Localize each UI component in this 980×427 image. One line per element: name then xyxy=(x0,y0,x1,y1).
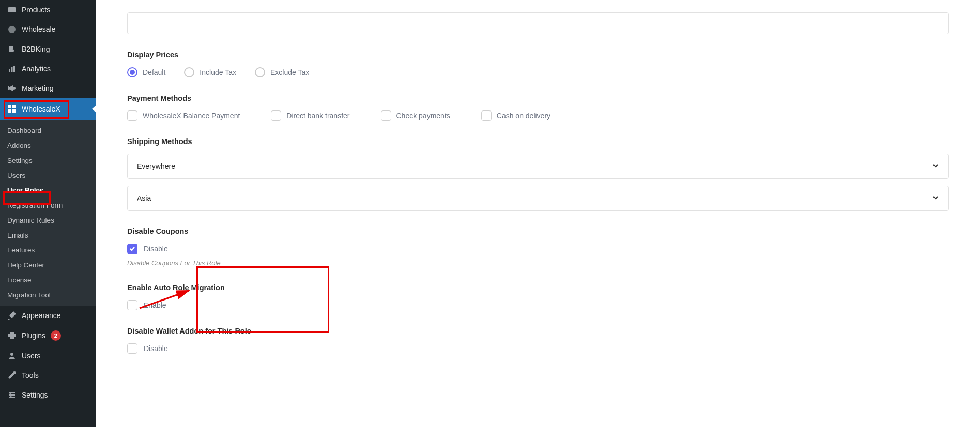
sidebar-item-appearance[interactable]: Appearance xyxy=(0,306,96,325)
sidebar-item-products[interactable]: Products xyxy=(0,0,96,20)
sidebar-label: WholesaleX xyxy=(22,105,60,113)
shipping-select-everywhere[interactable]: Everywhere xyxy=(127,154,949,179)
shipping-methods-title: Shipping Methods xyxy=(127,137,949,146)
check-check-payments[interactable]: Check payments xyxy=(381,110,450,121)
sidebar-label: Marketing xyxy=(22,84,53,92)
svg-point-16 xyxy=(10,396,12,398)
svg-point-14 xyxy=(9,392,11,394)
svg-point-1 xyxy=(8,26,16,33)
sidebar-label: Appearance xyxy=(22,311,61,320)
plugin-icon xyxy=(7,331,17,340)
checkbox-icon xyxy=(127,343,137,354)
submenu-features[interactable]: Features xyxy=(0,243,96,258)
sidebar-label: Settings xyxy=(22,391,48,399)
main-content: Display Prices Default Include Tax Exclu… xyxy=(96,0,980,427)
check-label: Disable xyxy=(144,344,168,353)
radio-exclude-tax[interactable]: Exclude Tax xyxy=(255,67,309,77)
settings-icon xyxy=(7,390,17,400)
wholesale-icon xyxy=(7,25,17,34)
sidebar-item-analytics[interactable]: Analytics xyxy=(0,59,96,78)
check-bank-transfer[interactable]: Direct bank transfer xyxy=(271,110,349,121)
svg-rect-7 xyxy=(12,105,16,108)
user-icon xyxy=(7,351,17,360)
sidebar-item-users[interactable]: Users xyxy=(0,346,96,366)
select-label: Asia xyxy=(137,194,151,202)
radio-icon xyxy=(127,67,137,77)
submenu-emails[interactable]: Emails xyxy=(0,228,96,243)
radio-default[interactable]: Default xyxy=(127,67,165,77)
svg-rect-0 xyxy=(8,7,16,12)
submenu-license[interactable]: License xyxy=(0,273,96,288)
sidebar-label: Products xyxy=(22,6,50,14)
select-label: Everywhere xyxy=(137,162,175,170)
wrench-icon xyxy=(7,371,17,380)
submenu-dynamic-rules[interactable]: Dynamic Rules xyxy=(0,213,96,228)
brush-icon xyxy=(7,311,17,320)
checkbox-icon xyxy=(127,244,137,254)
sidebar-item-wholesalex[interactable]: WholesaleX xyxy=(0,98,96,120)
svg-rect-2 xyxy=(9,69,10,72)
radio-include-tax[interactable]: Include Tax xyxy=(184,67,236,77)
submenu-settings[interactable]: Settings xyxy=(0,153,96,168)
svg-rect-6 xyxy=(8,105,11,108)
admin-sidebar: Products Wholesale B2BKing Analytics Mar… xyxy=(0,0,96,427)
disable-coupons-checkbox[interactable]: Disable xyxy=(127,244,949,254)
svg-point-10 xyxy=(10,353,13,356)
submenu-users[interactable]: Users xyxy=(0,168,96,183)
chevron-down-icon xyxy=(932,162,939,171)
disable-coupons-title: Disable Coupons xyxy=(127,227,949,235)
auto-role-checkbox[interactable]: Enable xyxy=(127,300,949,310)
check-label: WholesaleX Balance Payment xyxy=(143,112,240,120)
sidebar-label: Wholesale xyxy=(22,25,55,34)
svg-rect-4 xyxy=(13,66,15,72)
check-label: Cash on delivery xyxy=(497,112,550,120)
radio-label: Exclude Tax xyxy=(270,68,309,76)
sidebar-item-marketing[interactable]: Marketing xyxy=(0,78,96,98)
submenu-addons[interactable]: Addons xyxy=(0,138,96,153)
svg-rect-3 xyxy=(11,67,13,72)
sidebar-item-wholesale[interactable]: Wholesale xyxy=(0,20,96,39)
sidebar-label: Tools xyxy=(22,371,39,379)
checkbox-icon xyxy=(271,110,281,121)
disable-wallet-checkbox[interactable]: Disable xyxy=(127,343,949,354)
check-label: Disable xyxy=(144,245,168,253)
check-balance-payment[interactable]: WholesaleX Balance Payment xyxy=(127,110,240,121)
radio-label: Include Tax xyxy=(200,68,236,76)
display-prices-options: Default Include Tax Exclude Tax xyxy=(127,67,949,77)
checkbox-icon xyxy=(127,110,137,121)
submenu-help-center[interactable]: Help Center xyxy=(0,258,96,273)
sidebar-item-settings[interactable]: Settings xyxy=(0,385,96,405)
check-label: Enable xyxy=(144,301,166,309)
sidebar-label: B2BKing xyxy=(22,45,50,53)
text-input[interactable] xyxy=(127,12,949,34)
sidebar-label: Plugins xyxy=(22,331,45,340)
svg-rect-8 xyxy=(8,109,11,113)
sidebar-item-b2bking[interactable]: B2BKing xyxy=(0,39,96,59)
sidebar-label: Users xyxy=(22,352,41,360)
plugins-badge: 2 xyxy=(51,330,61,341)
disable-coupons-note: Disable Coupons For This Role xyxy=(127,259,949,267)
checkbox-icon xyxy=(481,110,492,121)
sidebar-submenu: Dashboard Addons Settings Users User Rol… xyxy=(0,120,96,306)
b2bking-icon xyxy=(7,44,17,54)
submenu-migration-tool[interactable]: Migration Tool xyxy=(0,288,96,303)
svg-rect-9 xyxy=(12,109,16,113)
radio-icon xyxy=(255,67,265,77)
sidebar-label: Analytics xyxy=(22,65,51,73)
check-cod[interactable]: Cash on delivery xyxy=(481,110,550,121)
submenu-registration-form[interactable]: Registration Form xyxy=(0,198,96,213)
radio-label: Default xyxy=(143,68,165,76)
submenu-dashboard[interactable]: Dashboard xyxy=(0,123,96,138)
products-icon xyxy=(7,5,17,14)
payment-methods-title: Payment Methods xyxy=(127,94,949,102)
megaphone-icon xyxy=(7,84,17,93)
svg-point-5 xyxy=(12,87,16,90)
disable-wallet-title: Disable Wallet Addon for This Role xyxy=(127,327,949,335)
chevron-down-icon xyxy=(932,194,939,203)
shipping-select-asia[interactable]: Asia xyxy=(127,186,949,211)
wholesalex-icon xyxy=(7,104,17,114)
submenu-user-roles[interactable]: User Roles xyxy=(0,183,96,198)
sidebar-item-tools[interactable]: Tools xyxy=(0,366,96,385)
sidebar-item-plugins[interactable]: Plugins 2 xyxy=(0,325,96,346)
payment-methods-options: WholesaleX Balance Payment Direct bank t… xyxy=(127,110,949,121)
